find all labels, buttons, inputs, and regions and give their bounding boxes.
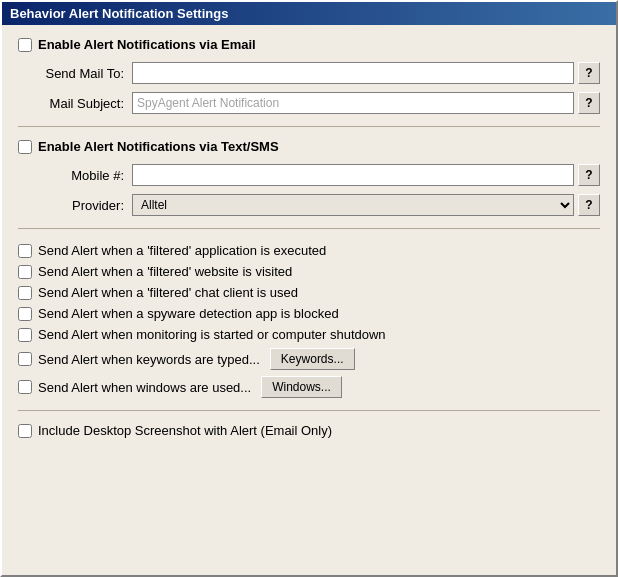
enable-sms-label: Enable Alert Notifications via Text/SMS: [38, 139, 279, 154]
mail-subject-label: Mail Subject:: [42, 96, 132, 111]
mail-subject-input[interactable]: [132, 92, 574, 114]
provider-label: Provider:: [42, 198, 132, 213]
alert-option-2-checkbox[interactable]: [18, 265, 32, 279]
screenshot-option: Include Desktop Screenshot with Alert (E…: [18, 423, 600, 438]
enable-sms-checkbox[interactable]: [18, 140, 32, 154]
alert-option-6: Send Alert when keywords are typed... Ke…: [18, 348, 600, 370]
alert-option-3-label: Send Alert when a 'filtered' chat client…: [38, 285, 298, 300]
alert-option-1-checkbox[interactable]: [18, 244, 32, 258]
mail-subject-group: Mail Subject: ?: [18, 92, 600, 114]
alert-option-1-label: Send Alert when a 'filtered' application…: [38, 243, 326, 258]
alert-option-4-label: Send Alert when a spyware detection app …: [38, 306, 339, 321]
main-window: Behavior Alert Notification Settings Ena…: [0, 0, 618, 577]
title-bar: Behavior Alert Notification Settings: [2, 2, 616, 25]
send-mail-help-button[interactable]: ?: [578, 62, 600, 84]
keywords-button[interactable]: Keywords...: [270, 348, 355, 370]
alert-option-5: Send Alert when monitoring is started or…: [18, 327, 600, 342]
alert-option-2: Send Alert when a 'filtered' website is …: [18, 264, 600, 279]
provider-help-button[interactable]: ?: [578, 194, 600, 216]
alert-option-5-checkbox[interactable]: [18, 328, 32, 342]
send-mail-to-group: Send Mail To: ?: [18, 62, 600, 84]
window-title: Behavior Alert Notification Settings: [10, 6, 228, 21]
alert-option-4: Send Alert when a spyware detection app …: [18, 306, 600, 321]
mobile-input[interactable]: [132, 164, 574, 186]
mobile-group: Mobile #: ?: [18, 164, 600, 186]
alert-option-2-label: Send Alert when a 'filtered' website is …: [38, 264, 292, 279]
alert-option-5-label: Send Alert when monitoring is started or…: [38, 327, 386, 342]
send-mail-to-label: Send Mail To:: [42, 66, 132, 81]
alert-option-6-checkbox[interactable]: [18, 352, 32, 366]
section-divider-2: [18, 228, 600, 229]
windows-button[interactable]: Windows...: [261, 376, 342, 398]
alert-option-6-label: Send Alert when keywords are typed...: [38, 352, 260, 367]
alert-options-list: Send Alert when a 'filtered' application…: [18, 243, 600, 398]
mail-subject-help-button[interactable]: ?: [578, 92, 600, 114]
send-mail-to-input[interactable]: [132, 62, 574, 84]
provider-select[interactable]: Alltel AT&T Sprint T-Mobile Verizon: [132, 194, 574, 216]
alert-option-3-checkbox[interactable]: [18, 286, 32, 300]
alert-option-4-checkbox[interactable]: [18, 307, 32, 321]
mobile-label: Mobile #:: [42, 168, 132, 183]
enable-email-checkbox[interactable]: [18, 38, 32, 52]
alert-option-3: Send Alert when a 'filtered' chat client…: [18, 285, 600, 300]
screenshot-checkbox[interactable]: [18, 424, 32, 438]
sms-section-header[interactable]: Enable Alert Notifications via Text/SMS: [18, 139, 600, 154]
section-divider-1: [18, 126, 600, 127]
mobile-help-button[interactable]: ?: [578, 164, 600, 186]
alert-option-7-checkbox[interactable]: [18, 380, 32, 394]
screenshot-label: Include Desktop Screenshot with Alert (E…: [38, 423, 332, 438]
provider-select-wrapper: Alltel AT&T Sprint T-Mobile Verizon: [132, 194, 574, 216]
alert-option-7-label: Send Alert when windows are used...: [38, 380, 251, 395]
provider-group: Provider: Alltel AT&T Sprint T-Mobile Ve…: [18, 194, 600, 216]
content-area: Enable Alert Notifications via Email Sen…: [2, 25, 616, 450]
alert-option-7: Send Alert when windows are used... Wind…: [18, 376, 600, 398]
email-section-header[interactable]: Enable Alert Notifications via Email: [18, 37, 600, 52]
enable-email-label: Enable Alert Notifications via Email: [38, 37, 256, 52]
section-divider-3: [18, 410, 600, 411]
alert-option-1: Send Alert when a 'filtered' application…: [18, 243, 600, 258]
